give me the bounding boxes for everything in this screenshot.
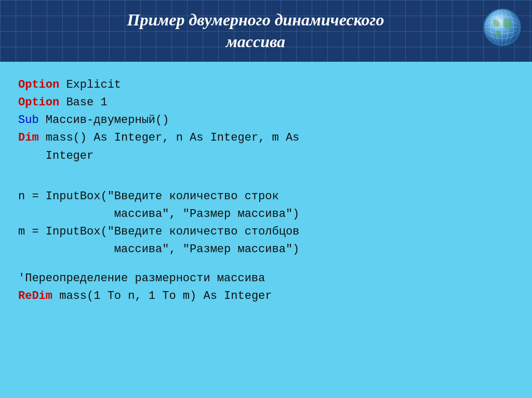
code-block: Option Explicit Option Base 1 Sub Массив… <box>18 76 514 305</box>
sub-rest: Массив-двумерный() <box>39 114 169 127</box>
code-line-3: Sub Массив-двумерный() <box>18 112 514 129</box>
code-line-5: n = InputBox("Введите количество строк <box>18 188 514 205</box>
content-area: Option Explicit Option Base 1 Sub Массив… <box>0 62 532 398</box>
redim-rest: mass(1 To n, 1 To m) As Integer <box>52 290 272 303</box>
title-line1: Пример двумерного динамического <box>127 10 384 29</box>
m-cont: массива", "Размер массива") <box>18 243 299 256</box>
option-explicit-rest: Explicit <box>59 78 121 91</box>
header: Пример двумерного динамического массива <box>0 0 532 62</box>
dim-kw: Dim <box>18 131 39 144</box>
title-line2: массива <box>226 32 285 51</box>
n-assign: n <box>18 190 25 203</box>
code-line-7: 'Переопределение размерности массива <box>18 270 514 287</box>
code-line-4: Dim mass() As Integer, n As Integer, m A… <box>18 129 514 147</box>
option-explicit-kw: Option <box>18 78 59 91</box>
code-line-8: ReDim mass(1 To n, 1 To m) As Integer <box>18 287 514 305</box>
redim-kw: ReDim <box>18 290 52 303</box>
sub-kw: Sub <box>18 114 39 127</box>
code-line-6: m = InputBox("Введите количество столбцо… <box>18 223 514 241</box>
slide-title: Пример двумерного динамического массива <box>127 9 384 52</box>
m-assign-rest: = InputBox("Введите количество столбцов <box>25 225 299 238</box>
code-line-1: Option Explicit <box>18 76 514 94</box>
code-line-6cont: массива", "Размер массива") <box>18 241 514 258</box>
dim-rest: mass() As Integer, n As Integer, m As <box>39 131 300 144</box>
option-base-rest: Base 1 <box>59 96 107 109</box>
code-line-4cont: Integer <box>18 147 514 165</box>
n-assign-rest: = InputBox("Введите количество строк <box>25 190 278 203</box>
n-cont: массива", "Размер массива") <box>18 208 299 221</box>
comment-text: 'Переопределение размерности массива <box>18 272 265 285</box>
slide-container: Пример двумерного динамического массива <box>0 0 532 398</box>
code-line-5cont: массива", "Размер массива") <box>18 205 514 223</box>
dim-cont: Integer <box>18 149 94 162</box>
code-line-2: Option Base 1 <box>18 94 514 112</box>
globe-icon <box>483 8 522 47</box>
option-base-kw: Option <box>18 96 59 109</box>
m-assign: m <box>18 225 25 238</box>
